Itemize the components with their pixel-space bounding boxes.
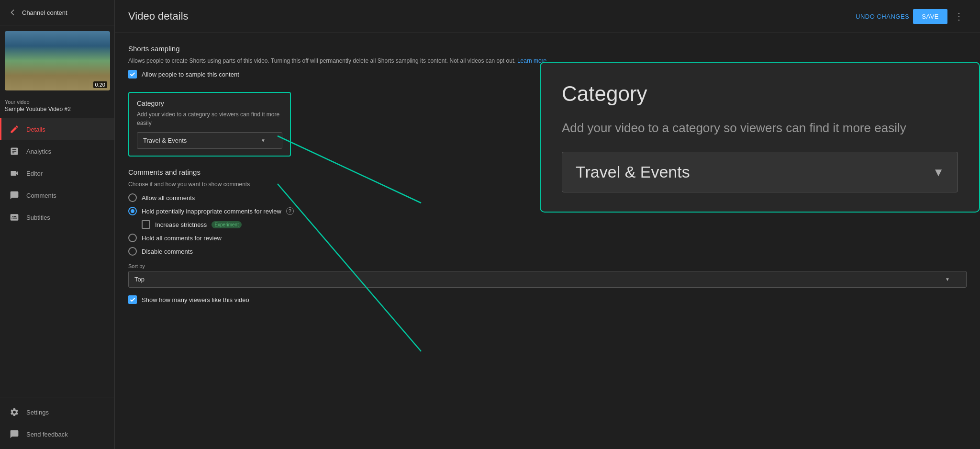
category-zoom-overlay: Category Add your video to a category so…	[540, 62, 980, 213]
editor-icon	[9, 168, 20, 179]
sidebar-item-comments[interactable]: Comments	[0, 184, 114, 206]
category-zoom-dropdown[interactable]: Travel & Events ▼	[562, 152, 958, 192]
sidebar-nav: Details Analytics Editor	[0, 118, 114, 397]
your-video-label: Your video	[5, 99, 110, 105]
analytics-icon	[9, 146, 20, 157]
strictness-checkbox[interactable]	[142, 220, 150, 229]
zoom-dropdown-chevron: ▼	[933, 166, 944, 179]
sort-by-chevron: ▼	[945, 277, 950, 282]
sort-by-section: Sort by Top ▼	[128, 263, 967, 288]
sort-by-value: Top	[134, 276, 145, 283]
show-likes-label: Show how many viewers like this video	[142, 296, 249, 303]
analytics-label: Analytics	[26, 148, 51, 155]
help-icon-hold-inappropriate[interactable]: ?	[286, 207, 294, 215]
send-feedback-label: Send feedback	[26, 431, 68, 438]
video-info: Your video Sample Youtube Video #2	[0, 96, 114, 118]
sidebar-item-analytics[interactable]: Analytics	[0, 140, 114, 162]
video-duration: 0:20	[93, 81, 107, 88]
radio-hold-inappropriate-label: Hold potentially inappropriate comments …	[142, 208, 281, 215]
channel-content-label: Channel content	[22, 9, 67, 16]
radio-hold-all-input[interactable]	[128, 234, 137, 242]
category-section-small: Category Add your video to a category so…	[128, 92, 291, 157]
sidebar: Channel content 0:20 Your video Sample Y…	[0, 0, 115, 449]
details-icon	[9, 124, 20, 135]
sidebar-item-details[interactable]: Details	[0, 118, 114, 140]
radio-hold-all: Hold all comments for review	[128, 234, 967, 242]
settings-label: Settings	[26, 409, 49, 416]
strictness-label: Increase strictness	[155, 221, 207, 228]
radio-disable-input[interactable]	[128, 247, 137, 256]
subtitles-icon	[9, 212, 20, 223]
show-likes-checkbox[interactable]	[128, 295, 137, 304]
main-content: Video details UNDO CHANGES SAVE ⋮ Shorts…	[115, 0, 980, 449]
back-button[interactable]	[8, 8, 17, 17]
editor-label: Editor	[26, 170, 43, 177]
comments-icon	[9, 190, 20, 201]
page-title: Video details	[128, 10, 189, 22]
radio-hold-all-label: Hold all comments for review	[142, 235, 222, 242]
save-button[interactable]: SAVE	[913, 9, 947, 24]
sidebar-bottom: Settings Send feedback	[0, 397, 114, 449]
settings-icon	[9, 407, 20, 417]
sort-by-dropdown[interactable]: Top ▼	[128, 271, 967, 288]
more-options-button[interactable]: ⋮	[951, 9, 967, 24]
sidebar-item-editor[interactable]: Editor	[0, 162, 114, 184]
radio-allow-all-label: Allow all comments	[142, 194, 195, 202]
category-description-small: Add your video to a category so viewers …	[137, 110, 282, 127]
top-bar-actions: UNDO CHANGES SAVE ⋮	[856, 9, 967, 24]
feedback-icon	[9, 429, 20, 439]
comments-label: Comments	[26, 192, 56, 199]
category-chevron-small: ▼	[261, 138, 266, 143]
zoom-category-title: Category	[562, 82, 958, 106]
radio-disable-label: Disable comments	[142, 248, 193, 255]
category-title-small: Category	[137, 100, 282, 107]
show-likes-row: Show how many viewers like this video	[128, 295, 967, 304]
undo-changes-button[interactable]: UNDO CHANGES	[856, 13, 909, 20]
allow-sample-checkbox[interactable]	[128, 70, 137, 79]
strictness-row: Increase strictness Experiment	[142, 220, 967, 229]
video-name: Sample Youtube Video #2	[5, 106, 110, 112]
shorts-sampling-title: Shorts sampling	[128, 45, 967, 53]
sidebar-item-subtitles[interactable]: Subtitles	[0, 206, 114, 228]
category-selected-value-small: Travel & Events	[143, 137, 187, 144]
video-thumbnail-container: 0:20	[5, 31, 110, 90]
top-bar: Video details UNDO CHANGES SAVE ⋮	[115, 0, 980, 33]
zoom-dropdown-value: Travel & Events	[576, 163, 690, 181]
subtitles-label: Subtitles	[26, 214, 50, 221]
sidebar-item-settings[interactable]: Settings	[0, 401, 114, 423]
sidebar-item-send-feedback[interactable]: Send feedback	[0, 423, 114, 445]
sort-by-label: Sort by	[128, 263, 967, 269]
allow-sample-label: Allow people to sample this content	[142, 71, 239, 78]
radio-hold-inappropriate-input[interactable]	[128, 207, 137, 215]
video-thumbnail: 0:20	[5, 31, 110, 90]
details-label: Details	[26, 126, 45, 133]
radio-disable: Disable comments	[128, 247, 967, 256]
sidebar-header: Channel content	[0, 0, 114, 25]
category-dropdown-small[interactable]: Travel & Events ▼	[137, 132, 282, 149]
content-area: Shorts sampling Allows people to create …	[115, 33, 980, 449]
radio-allow-all-input[interactable]	[128, 193, 137, 202]
experiment-badge: Experiment	[212, 221, 242, 228]
zoom-category-description: Add your video to a category so viewers …	[562, 119, 958, 136]
